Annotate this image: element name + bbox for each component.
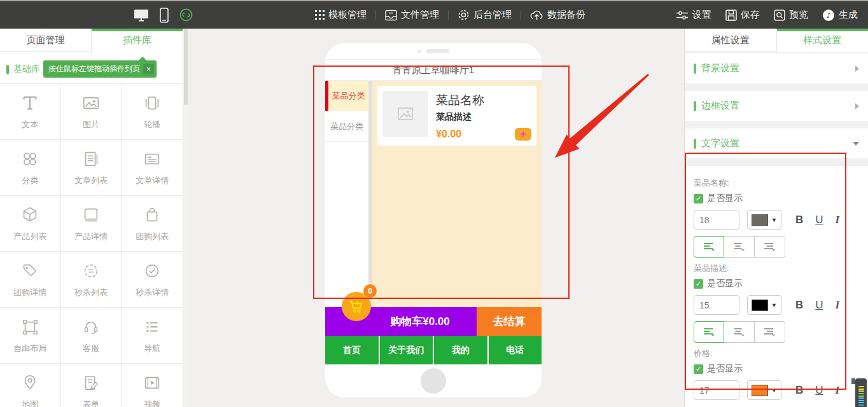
left-panel-scrollbar[interactable] [183, 29, 188, 407]
plugin-item-product-detail[interactable]: 产品详情 [61, 196, 122, 252]
dish-price-row: ¥0.00 + [436, 128, 531, 141]
plugin-item-text[interactable]: 文本 [0, 84, 61, 140]
color-dropdown[interactable]: ▼ [747, 295, 781, 315]
menu-item-3[interactable]: 后台管理 [458, 9, 512, 21]
font-size-input[interactable] [694, 380, 739, 400]
tab-page-manage[interactable]: 页面管理 [0, 29, 92, 52]
section-accent-bar [694, 139, 696, 149]
section-背景设置[interactable]: 背景设置 [685, 53, 868, 83]
menu-item-2[interactable]: 文件管理 [385, 9, 439, 21]
nav-item-2[interactable]: 关于我们 [380, 336, 435, 364]
product-detail-icon [81, 205, 101, 225]
text-icon [20, 93, 39, 113]
action-2[interactable]: 保存 [725, 9, 760, 21]
menu-item-4[interactable]: 数据备份 [530, 9, 585, 21]
dish-list-area[interactable]: 菜品名称 菜品描述 ¥0.00 + [372, 81, 542, 307]
menu-item-1[interactable]: 模板管理 [315, 9, 367, 21]
section-边框设置[interactable]: 边框设置 [685, 91, 868, 121]
show-checkbox[interactable]: ✓ [694, 364, 703, 374]
bold-button[interactable]: B [795, 299, 803, 312]
font-size-input[interactable] [694, 210, 739, 230]
plugin-item-seckill-list[interactable]: 秒杀列表 [61, 252, 122, 308]
nav-item-3[interactable]: 我的 [434, 336, 489, 364]
plugin-item-nav[interactable]: 导航 [122, 308, 183, 364]
italic-button[interactable]: I [836, 384, 840, 397]
tab-plugin-library[interactable]: 插件库 [92, 29, 183, 52]
show-checkbox-label: 是否显示 [707, 363, 743, 375]
plugin-item-groupbuy-detail[interactable]: 团购详情 [0, 252, 61, 308]
format-buttons: BUI [795, 384, 839, 397]
category-item-2[interactable]: 菜品分类 [325, 111, 368, 142]
meter-stripe [858, 400, 864, 401]
align-left-button[interactable] [694, 236, 724, 258]
groupbuy-list-icon [143, 205, 162, 225]
tooltip-close-button[interactable]: × [143, 64, 154, 74]
desktop-icon[interactable] [134, 8, 149, 22]
plugin-item-article-list[interactable]: 文章列表 [61, 140, 122, 196]
plugin-item-free-layout[interactable]: 自由布局 [0, 308, 61, 364]
plugin-item-product-list[interactable]: 产品列表 [0, 196, 61, 252]
nav-item-4[interactable]: 电话 [489, 336, 542, 364]
link-icon[interactable] [179, 8, 193, 22]
chevron-down-icon[interactable] [853, 142, 859, 146]
file-icon [385, 10, 397, 21]
align-left-button[interactable] [694, 321, 724, 343]
align-center-button[interactable] [724, 236, 755, 258]
align-button-group [694, 236, 859, 258]
plugin-item-video[interactable]: 视频 [122, 364, 183, 407]
group-label: 菜品名称: [694, 177, 859, 189]
plugin-item-map[interactable]: 地图 [0, 364, 61, 407]
meter-stripe [858, 397, 864, 399]
plugin-label: 轮播 [144, 119, 160, 130]
italic-button[interactable]: I [836, 299, 840, 312]
group-label: 菜品描述: [694, 263, 859, 274]
action-4[interactable]: ♪生成 [822, 9, 858, 22]
action-1[interactable]: 设置 [676, 9, 711, 21]
underline-button[interactable]: U [815, 214, 823, 226]
mobile-icon[interactable] [160, 8, 169, 23]
plugin-item-service[interactable]: 客服 [61, 308, 122, 364]
dish-card[interactable]: 菜品名称 菜品描述 ¥0.00 + [377, 86, 536, 146]
color-dropdown[interactable]: ▼ [747, 380, 781, 400]
plugin-item-image[interactable]: 图片 [61, 84, 122, 140]
add-dish-button[interactable]: + [515, 128, 531, 141]
style-settings-body: 背景设置边框设置文字设置 菜品名称:✓是否显示▼BUI菜品描述:✓是否显示▼BU… [685, 53, 868, 407]
bold-button[interactable]: B [795, 384, 803, 397]
article-list-icon [81, 149, 101, 169]
seckill-detail-icon [143, 261, 162, 281]
nav-item-1[interactable]: 首页 [325, 336, 380, 364]
action-3[interactable]: 预览 [774, 9, 808, 21]
action-label: 生成 [839, 9, 858, 21]
chevron-right-icon[interactable] [855, 66, 859, 72]
plugin-label: 文本 [22, 119, 38, 130]
home-button[interactable] [421, 368, 446, 394]
page-title[interactable]: 青青原上草咖啡厅1 [325, 59, 542, 81]
plugin-item-carousel[interactable]: 轮播 [122, 84, 183, 140]
bold-button[interactable]: B [795, 214, 803, 226]
show-checkbox[interactable]: ✓ [694, 194, 703, 204]
font-size-input[interactable] [694, 295, 739, 315]
plugin-item-form[interactable]: 表单 [61, 364, 122, 407]
device-toggle-group [134, 1, 193, 29]
checkout-button[interactable]: 去结算 [477, 307, 542, 336]
align-right-button[interactable] [755, 321, 785, 343]
show-checkbox[interactable]: ✓ [694, 279, 703, 289]
category-item-1[interactable]: 菜品分类 [325, 81, 368, 111]
italic-button[interactable]: I [836, 214, 840, 226]
plugin-item-article-detail[interactable]: 文章详情 [122, 140, 183, 196]
tab-attribute-settings[interactable]: 属性设置 [685, 29, 777, 52]
dish-image-placeholder [382, 91, 428, 137]
underline-button[interactable]: U [815, 384, 823, 397]
color-dropdown[interactable]: ▼ [747, 210, 781, 230]
tab-style-settings[interactable]: 样式设置 [777, 29, 868, 52]
section-文字设置[interactable]: 文字设置 [685, 128, 868, 158]
tooltip-pointer [139, 57, 146, 60]
underline-button[interactable]: U [815, 299, 823, 312]
plugin-item-seckill-detail[interactable]: 秒杀详情 [122, 252, 183, 308]
plugin-item-groupbuy-list[interactable]: 团购列表 [122, 196, 183, 252]
plugin-item-category[interactable]: 分类 [0, 140, 61, 196]
plugin-label: 产品列表 [13, 231, 46, 242]
align-center-button[interactable] [724, 321, 755, 343]
align-right-button[interactable] [755, 236, 785, 258]
chevron-right-icon[interactable] [855, 103, 859, 109]
